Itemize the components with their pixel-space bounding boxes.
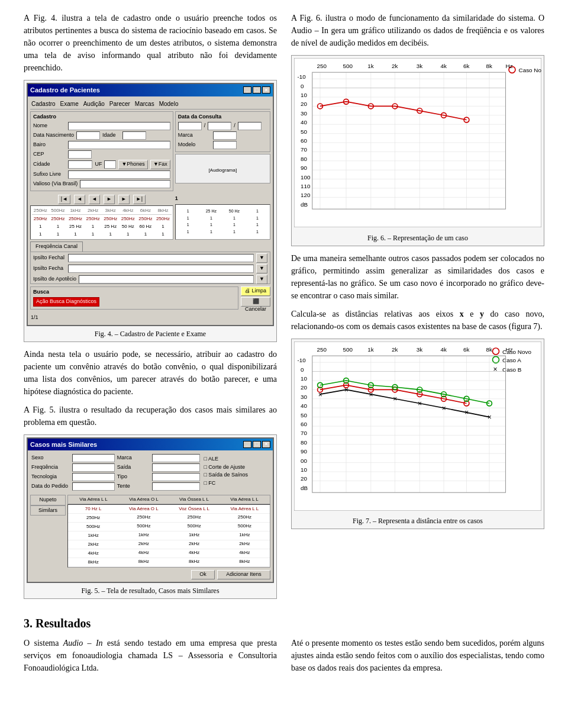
col1-para3: A Fig. 5. ilustra o resultado da recuper… [24,404,277,429]
ipsilto-fecha[interactable] [68,265,254,273]
col1-para1: A Fig. 4. ilustra a tela de cadastro ond… [24,12,277,74]
col2-para3: Calcula-se as distâncias relativas aos e… [291,308,544,333]
col-header-2: Via Aérea O L [119,496,169,503]
svg-text:20: 20 [301,475,308,482]
ipsilto-apotecio[interactable] [79,275,254,284]
phones-button[interactable]: ▼Phones [118,160,147,169]
svg-text:250: 250 [317,346,327,352]
svg-text:60: 60 [301,137,308,144]
system-name: Audio – In [63,639,103,648]
menu-cadastro[interactable]: Cadastro [31,99,56,108]
svg-text:3k: 3k [417,346,423,352]
freq-input[interactable] [72,463,115,472]
cidade-input[interactable] [68,160,92,169]
window1-titlebar: Cadastro de Pacientes _ □ × [28,84,273,96]
close-button[interactable]: × [262,86,270,94]
marca2-input[interactable] [152,454,201,462]
tecnologia-input[interactable] [72,473,115,481]
svg-text:40: 40 [301,402,308,409]
busca-button[interactable]: Ação Busca Diagnósticos [33,297,99,307]
ipsilto-fechal[interactable] [68,254,254,262]
ok-button[interactable]: Ok [191,570,215,579]
marca-input[interactable] [213,131,237,140]
window2-maximize[interactable]: □ [253,441,261,448]
tipo-input[interactable] [152,473,201,481]
window1-title: Cadastro de Pacientes [30,85,100,95]
side-grid: 125 Hz50 Hz1 1111 1111 1111 [175,204,270,240]
saida-input[interactable] [152,463,201,472]
tente-input[interactable] [152,482,201,491]
uf-input[interactable] [104,160,116,169]
svg-text:2k: 2k [392,346,398,352]
window2-titlebar: Casos mais Similares _ □ × [28,439,273,451]
fax-button[interactable]: ▼Fax [150,160,170,169]
svg-text:6k: 6k [463,63,470,69]
data-mes[interactable] [208,122,231,130]
figure-4: Cadastro de Pacientes _ □ × Cadastro Exa… [24,80,277,342]
menu-parecer[interactable]: Parecer [109,99,130,108]
sufixo-input[interactable] [68,170,170,179]
nav-first[interactable]: |◄ [58,195,70,204]
svg-text:30: 30 [301,110,308,117]
figure-7-chart: Caso Novo Caso A × Caso B 250 500 1k 2k … [291,339,544,530]
limpa-button[interactable]: 🖨 Limpa [241,286,270,296]
nav-prev2[interactable]: ◄ [89,195,100,204]
nav-prev[interactable]: ◄ [74,195,85,204]
window2-minimize[interactable]: _ [243,441,251,448]
chart2-svg: Caso Novo Caso A × Caso B 250 500 1k 2k … [294,342,541,511]
audiogram-mini: [Audiograma] [175,154,270,183]
cancelar-button[interactable]: ⬛ Cancelar [241,297,270,307]
menu-audicao[interactable]: Audição [83,99,105,108]
adicionar-button[interactable]: Adicionar Itens [217,570,270,579]
section3-heading: 3. Resultados [24,614,544,632]
data-nasc-input[interactable] [76,131,100,140]
nav-next2[interactable]: ► [104,195,115,204]
menu-marcas[interactable]: Marcas [135,99,154,108]
svg-text:6k: 6k [463,346,470,352]
minimize-button[interactable]: _ [243,86,251,94]
y-axis-label: y [480,310,484,318]
svg-text:10: 10 [301,92,308,98]
svg-text:-10: -10 [298,73,306,80]
frequency-grid: 250Hz500Hz1kHz2kHz3kHz4kHz6kHz8kHz 250Hz… [30,205,173,240]
ipsilto-fechal-btn[interactable]: ▼ [256,253,267,263]
nav-last[interactable]: ►| [133,195,146,204]
svg-text:-10: -10 [298,357,306,363]
valioso-input[interactable] [80,180,170,188]
col-header-1: Via Aérea L L [69,496,118,503]
sexo-input[interactable] [72,454,115,462]
svg-text:Caso Novo: Caso Novo [519,67,542,73]
data-ano[interactable] [238,122,262,130]
menu-exame[interactable]: Exame [60,99,79,108]
svg-text:×: × [493,365,498,373]
svg-text:8k: 8k [486,346,493,352]
data-pedido-input[interactable] [72,482,115,491]
svg-text:70: 70 [301,146,308,153]
menu-modelo[interactable]: Modelo [159,99,179,108]
data-dia[interactable] [178,122,202,130]
svg-text:50: 50 [301,411,308,418]
ipsilto-apotecio-btn[interactable]: ▼ [256,275,267,284]
svg-text:250: 250 [317,63,327,69]
svg-text:×: × [344,385,348,394]
section3-content: 3. Resultados O sistema Audio – In está … [24,614,544,680]
maximize-button[interactable]: □ [253,86,261,94]
bairo-input[interactable] [68,141,170,149]
svg-text:20: 20 [301,101,308,107]
svg-text:100: 100 [301,174,311,181]
svg-text:dB: dB [301,484,308,491]
cep-input[interactable] [68,150,92,159]
col2-para2: De uma maneira semelhante outros casos p… [291,252,544,302]
nav-next[interactable]: ► [118,195,130,204]
idade-input[interactable] [122,131,146,140]
fig6-caption: Fig. 6. – Representação de um caso [294,233,541,243]
nome-input[interactable] [68,122,170,130]
svg-text:30: 30 [301,393,308,400]
svg-text:20: 20 [301,384,308,391]
svg-text:500: 500 [343,346,353,352]
table-header-similar: Similars [30,505,66,516]
modelo-input[interactable] [213,141,237,149]
window2-close[interactable]: × [262,441,270,448]
ipsilto-fecha-btn[interactable]: ▼ [256,264,267,273]
tab-freq-canal[interactable]: Freqüência Canal [30,241,83,252]
